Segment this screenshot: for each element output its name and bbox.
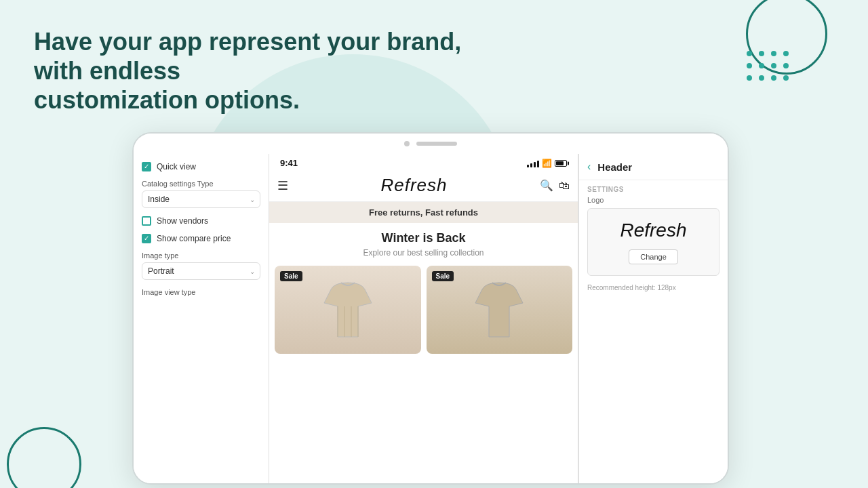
sale-badge-1: Sale [280,271,302,281]
settings-panel: ‹ Header SETTINGS Logo Refresh Change Re… [578,154,728,485]
phone-time: 9:41 [280,158,298,168]
dot [759,63,764,68]
show-vendors-label: Show vendors [157,216,208,226]
show-vendors-checkbox[interactable] [142,216,151,226]
product-grid: Sale Sale [269,260,578,485]
battery-icon [555,160,567,167]
image-type-label: Image type [142,251,260,260]
bag-icon[interactable]: 🛍 [559,180,570,192]
product-card-1[interactable]: Sale [275,266,421,354]
hero-title: Winter is Back [280,231,567,245]
show-compare-price-row[interactable]: ✓ Show compare price [142,234,260,243]
image-type-select[interactable]: Portrait Square Landscape [142,262,260,280]
dots-grid [747,51,790,82]
catalog-settings-select-wrapper[interactable]: Inside Outside ⌄ [142,190,260,208]
tablet-camera [404,141,410,146]
tablet-speaker [416,142,457,146]
dot [783,75,789,81]
checkmark-icon-2: ✓ [144,235,149,242]
app-logo: Refresh [380,175,447,196]
dot [759,51,764,56]
tablet-content: ✓ Quick view Catalog settings Type Insid… [134,154,728,485]
app-banner: Free returns, Fast refunds [269,202,578,223]
app-hero: Winter is Back Explore our best selling … [269,223,578,260]
settings-section-label: SETTINGS [579,180,728,196]
dot [783,51,789,56]
sweater-svg-1 [321,276,375,344]
image-view-type-group: Image view type [142,288,260,296]
sweater-svg-2 [472,276,526,344]
logo-section: Logo Refresh Change [579,196,728,281]
quick-view-checkbox[interactable]: ✓ [142,162,151,171]
logo-preview-box: Refresh Change [587,208,719,276]
dot [747,63,752,68]
phone-screen: 9:41 📶 ☰ Refresh [269,154,578,485]
dot [747,75,752,81]
tablet-top-bar [134,134,728,154]
settings-header: ‹ Header [579,154,728,180]
image-view-type-label: Image view type [142,288,260,296]
sale-badge-2: Sale [432,271,454,281]
dot [771,51,776,56]
logo-preview-text: Refresh [620,220,686,241]
logo-label: Logo [587,196,719,204]
dot [747,51,752,56]
image-type-select-wrapper[interactable]: Portrait Square Landscape ⌄ [142,262,260,280]
settings-panel-title: Header [597,161,632,173]
hero-subtitle: Explore our best selling collection [280,248,567,258]
signal-bar-4 [537,161,539,167]
wifi-icon: 📶 [542,159,552,168]
heading-text: Have your app represent your brand, with… [34,28,461,85]
show-compare-price-checkbox[interactable]: ✓ [142,234,151,243]
product-card-2[interactable]: Sale [427,266,573,354]
recommended-height-text: Recommended height: 128px [579,281,728,294]
tablet-frame: ✓ Quick view Catalog settings Type Insid… [132,132,729,485]
dot [771,75,776,81]
battery-fill [556,161,564,165]
dot [759,75,764,81]
hamburger-icon[interactable]: ☰ [277,178,288,193]
show-compare-price-label: Show compare price [157,234,231,243]
signal-bars-icon [527,159,539,167]
signal-bar-2 [530,163,532,167]
app-header: ☰ Refresh 🔍 🛍 [269,171,578,202]
image-type-group: Image type Portrait Square Landscape ⌄ [142,251,260,280]
phone-status-icons: 📶 [527,159,567,168]
signal-bar-1 [527,165,529,167]
catalog-settings-label: Catalog settings Type [142,180,260,188]
dot [771,63,776,68]
change-logo-button[interactable]: Change [629,249,678,264]
show-vendors-row[interactable]: Show vendors [142,216,260,226]
back-button[interactable]: ‹ [587,161,591,173]
search-icon[interactable]: 🔍 [540,179,553,192]
bg-circle-bottom-left [7,427,81,488]
quick-view-row[interactable]: ✓ Quick view [142,162,260,171]
page-heading: Have your app represent your brand, with… [34,27,509,115]
left-settings-panel: ✓ Quick view Catalog settings Type Insid… [134,154,269,485]
catalog-settings-select[interactable]: Inside Outside [142,190,260,208]
banner-text: Free returns, Fast refunds [369,207,478,218]
heading-text-2: customization options. [34,86,300,114]
signal-bar-3 [534,162,536,167]
catalog-settings-group: Catalog settings Type Inside Outside ⌄ [142,180,260,208]
checkmark-icon: ✓ [144,163,149,170]
dot [783,63,789,68]
header-action-icons: 🔍 🛍 [540,179,570,192]
quick-view-label: Quick view [157,162,196,171]
phone-status-bar: 9:41 📶 [269,154,578,171]
